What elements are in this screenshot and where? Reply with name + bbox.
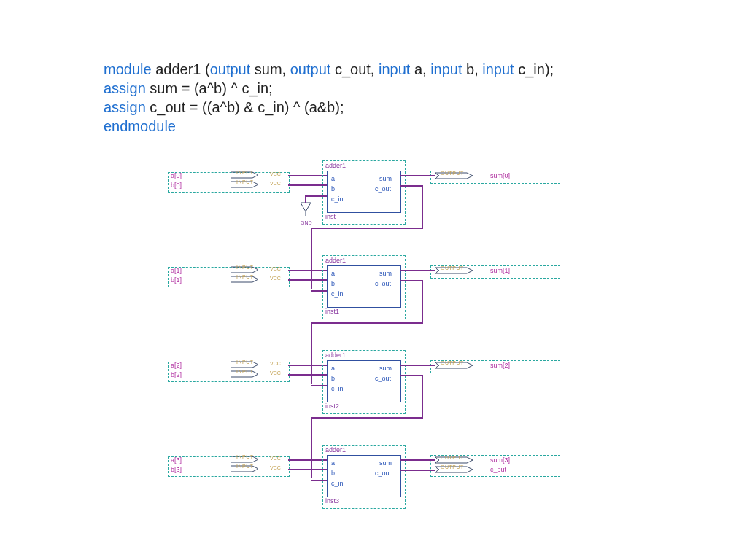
carry-wire xyxy=(311,322,423,324)
gnd-label: GND xyxy=(301,220,312,225)
port-sum: sum xyxy=(379,365,392,372)
wire xyxy=(400,459,435,461)
output-cout-label: c_out xyxy=(490,466,506,473)
carry-wire xyxy=(311,290,327,292)
wire xyxy=(288,279,327,281)
vcc-label: VCC xyxy=(270,171,281,176)
wire xyxy=(288,184,327,186)
port-c_in: c_in xyxy=(331,290,344,298)
carry-wire xyxy=(400,185,422,187)
svg-marker-4 xyxy=(301,203,311,211)
port-b: b xyxy=(331,185,335,192)
wire xyxy=(305,195,327,197)
input-tag: INPUT xyxy=(236,170,254,175)
carry-wire xyxy=(311,417,423,419)
adder-instance-name: inst1 xyxy=(325,308,339,315)
port-a: a xyxy=(331,459,335,467)
input-tag: INPUT xyxy=(236,359,254,365)
wire xyxy=(288,175,327,176)
output-sum-label: sum[3] xyxy=(490,456,510,464)
input-tag: INPUT xyxy=(236,179,254,184)
wire xyxy=(288,270,327,271)
adder-stage: a[2]b[2] INPUTVCC INPUTVCCadder1inst2abc… xyxy=(168,347,576,440)
pin-b-label: b[1] xyxy=(171,276,182,284)
adder-instance-name: inst3 xyxy=(325,497,339,505)
port-c_out: c_out xyxy=(375,185,391,192)
schematic-diagram: a[0]b[0] INPUTVCC INPUTVCCadder1instabc_… xyxy=(168,158,576,537)
vcc-label: VCC xyxy=(270,465,281,470)
keyword: module xyxy=(104,61,152,77)
wire xyxy=(400,270,435,271)
port-c_out: c_out xyxy=(375,280,391,287)
wire xyxy=(400,365,435,366)
pin-b-label: b[0] xyxy=(171,182,182,189)
output-tag: OUTPUT xyxy=(441,464,464,470)
pin-a-label: a[1] xyxy=(171,267,182,274)
input-tag: INPUT xyxy=(236,369,254,374)
code-line-1: module adder1 (output sum, output c_out,… xyxy=(104,60,554,79)
pin-a-label: a[3] xyxy=(171,456,182,464)
adder-title: adder1 xyxy=(325,351,346,359)
output-tag: OUTPUT xyxy=(441,171,464,176)
port-b: b xyxy=(331,375,335,382)
input-tag: INPUT xyxy=(236,274,254,279)
port-a: a xyxy=(331,365,335,372)
output-tag: OUTPUT xyxy=(441,455,464,460)
port-c_out: c_out xyxy=(375,470,391,477)
wire xyxy=(400,175,435,176)
input-tag: INPUT xyxy=(236,265,254,270)
port-b: b xyxy=(331,280,335,287)
pin-a-label: a[2] xyxy=(171,362,182,369)
adder-instance-name: inst xyxy=(325,213,336,220)
wire xyxy=(288,365,327,366)
input-tag: INPUT xyxy=(236,464,254,469)
vcc-label: VCC xyxy=(270,456,281,461)
carry-wire xyxy=(311,480,327,481)
carry-wire xyxy=(400,375,422,376)
carry-wire xyxy=(422,185,423,229)
port-b: b xyxy=(331,470,335,477)
code-line-4: endmodule xyxy=(104,117,554,136)
carry-wire xyxy=(400,280,422,281)
port-a: a xyxy=(331,175,335,182)
output-tag: OUTPUT xyxy=(441,360,464,365)
carry-wire xyxy=(422,375,423,419)
port-c_out: c_out xyxy=(375,375,391,382)
carry-wire xyxy=(311,228,423,229)
adder-stage: a[3]b[3] INPUTVCC INPUTVCCadder1inst3abc… xyxy=(168,442,576,535)
vcc-label: VCC xyxy=(270,266,281,271)
verilog-code: module adder1 (output sum, output c_out,… xyxy=(104,60,554,136)
wire xyxy=(288,469,327,470)
pin-b-label: b[2] xyxy=(171,371,182,378)
pin-a-label: a[0] xyxy=(171,172,182,179)
output-sum-label: sum[1] xyxy=(490,267,510,274)
wire xyxy=(400,470,435,471)
adder-title: adder1 xyxy=(325,162,346,169)
carry-wire xyxy=(311,385,327,386)
output-sum-label: sum[0] xyxy=(490,172,510,179)
vcc-label: VCC xyxy=(270,361,281,366)
input-tag: INPUT xyxy=(236,454,254,459)
port-sum: sum xyxy=(379,175,392,182)
vcc-label: VCC xyxy=(270,181,281,186)
adder-instance-name: inst2 xyxy=(325,402,339,410)
pin-b-label: b[3] xyxy=(171,466,182,473)
output-tag: OUTPUT xyxy=(441,265,464,271)
adder-title: adder1 xyxy=(325,257,346,264)
code-line-2: assign sum = (a^b) ^ c_in; xyxy=(104,79,554,98)
port-sum: sum xyxy=(379,270,392,277)
output-sum-label: sum[2] xyxy=(490,362,510,369)
adder-title: adder1 xyxy=(325,446,346,454)
carry-wire xyxy=(422,280,423,324)
wire xyxy=(288,374,327,376)
port-sum: sum xyxy=(379,459,392,467)
wire xyxy=(288,459,327,461)
port-c_in: c_in xyxy=(331,195,344,203)
vcc-label: VCC xyxy=(270,370,281,376)
port-c_in: c_in xyxy=(331,480,344,487)
vcc-label: VCC xyxy=(270,276,281,281)
code-line-3: assign c_out = ((a^b) & c_in) ^ (a&b); xyxy=(104,98,554,117)
adder-stage: a[0]b[0] INPUTVCC INPUTVCCadder1instabc_… xyxy=(168,158,576,251)
port-a: a xyxy=(331,270,335,277)
adder-stage: a[1]b[1] INPUTVCC INPUTVCCadder1inst1abc… xyxy=(168,252,576,346)
